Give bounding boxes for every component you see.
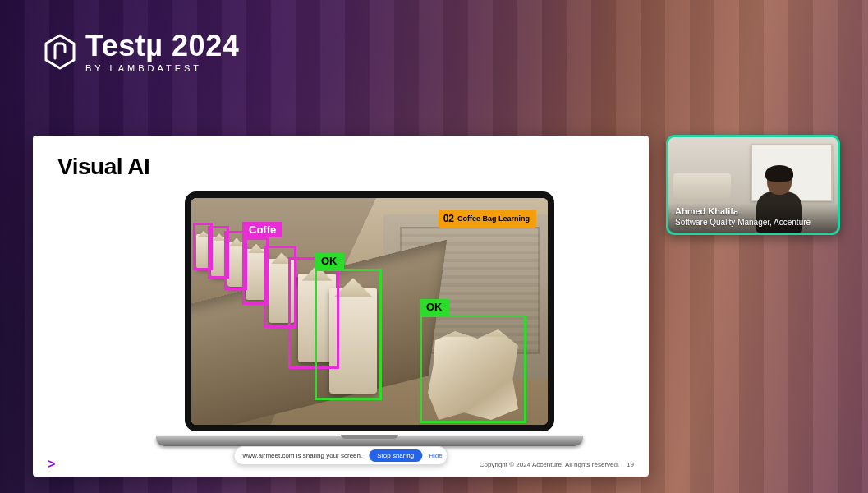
detection-box-ok: OK (420, 315, 526, 423)
info-pill: 02 Coffee Bag Learning (439, 210, 536, 228)
detection-box-ok: OK (315, 269, 382, 400)
info-pill-number: 02 (443, 213, 454, 224)
speaker-caption: Ahmed Khalifa Software Quality Manager, … (668, 203, 838, 233)
laptop-mockup: Coffe OK OK 02 Coffee Bag Lea (156, 191, 583, 446)
detection-label-ok: OK (420, 299, 449, 315)
copyright-text: Copyright © 2024 Accenture. All rights r… (480, 461, 619, 468)
laptop-screen: Coffe OK OK 02 Coffee Bag Lea (185, 191, 554, 431)
speaker-title: Software Quality Manager, Accenture (675, 218, 831, 228)
hide-share-bar-link[interactable]: Hide (429, 452, 442, 459)
speaker-webcam-tile[interactable]: Ahmed Khalifa Software Quality Manager, … (666, 135, 840, 235)
shared-slide: Visual AI (33, 136, 649, 477)
event-logo: Testµ 2024 BY LAMBDATEST (43, 31, 239, 73)
slide-page-number: 19 (627, 461, 634, 468)
presentation-stage: Testµ 2024 BY LAMBDATEST Visual AI (0, 0, 868, 493)
accenture-mark-icon: > (48, 457, 55, 472)
speaker-name: Ahmed Khalifa (675, 206, 831, 218)
factory-photo: Coffe OK OK 02 Coffee Bag Lea (191, 198, 548, 425)
detection-label-ok: OK (315, 253, 344, 269)
stop-sharing-button[interactable]: Stop sharing (369, 449, 422, 462)
screen-share-bar: www.airmeet.com is sharing your screen. … (233, 446, 448, 465)
slide-title: Visual AI (57, 154, 149, 180)
logo-mark-icon (43, 34, 77, 71)
logo-title: Testµ 2024 (85, 31, 239, 61)
info-pill-text: Coffee Bag Learning (457, 214, 530, 223)
logo-subtitle: BY LAMBDATEST (85, 64, 239, 73)
detection-label: Coffe (242, 222, 282, 237)
share-message: www.airmeet.com is sharing your screen. (242, 452, 362, 459)
